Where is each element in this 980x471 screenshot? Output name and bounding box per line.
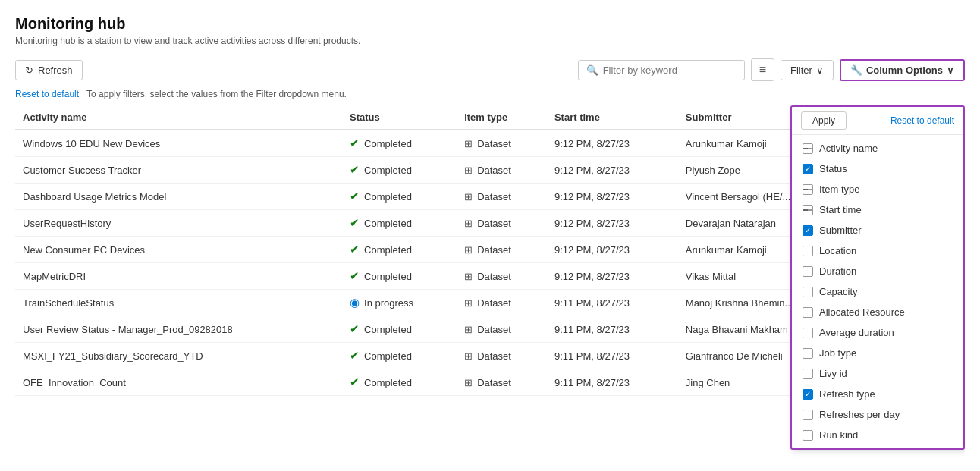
panel-items-list: Activity name✓StatusItem typeStart time✓…: [792, 135, 963, 448]
panel-item-label: Item type: [819, 184, 859, 195]
checkbox-allocated-resource[interactable]: [803, 307, 813, 318]
reset-to-default-link[interactable]: Reset to default: [15, 89, 79, 99]
status-text: Completed: [364, 350, 412, 362]
cell-status: ✔Completed: [342, 263, 457, 290]
filter-lines-icon: ≡: [759, 63, 766, 76]
panel-item[interactable]: ✓Refresh type: [792, 384, 963, 404]
item-type-text: Dataset: [477, 377, 511, 388]
panel-item[interactable]: Item type: [792, 179, 963, 199]
search-icon: 🔍: [586, 64, 598, 76]
cell-activity-name: TrainScheduleStatus: [15, 290, 342, 316]
cell-item-type: ⊞Dataset: [457, 263, 547, 290]
cell-item-type: ⊞Dataset: [457, 316, 547, 343]
column-options-button[interactable]: 🔧 Column Options ∨: [840, 59, 965, 81]
panel-item[interactable]: Livy id: [792, 363, 963, 384]
checkbox-refreshes-per-day[interactable]: [803, 410, 813, 420]
cell-status: ✔Completed: [342, 369, 457, 396]
cell-activity-name: User Review Status - Manager_Prod_092820…: [15, 316, 342, 343]
panel-item[interactable]: Job type: [792, 343, 963, 363]
panel-reset-button[interactable]: Reset to default: [890, 115, 954, 126]
checkbox-refresh-type[interactable]: ✓: [803, 389, 813, 400]
status-text: In progress: [364, 297, 413, 309]
status-text: Completed: [364, 244, 412, 256]
toolbar: ↻ Refresh 🔍 ≡ Filter ∨ 🔧 Column Options …: [15, 58, 965, 81]
checkbox-average-duration[interactable]: [803, 328, 813, 338]
dataset-icon: ⊞: [464, 297, 473, 309]
checkbox-job-type[interactable]: [803, 348, 813, 359]
column-options-icon: 🔧: [850, 64, 862, 76]
item-type-text: Dataset: [477, 165, 511, 176]
panel-item[interactable]: Run kind: [792, 425, 963, 445]
refresh-label: Refresh: [38, 64, 73, 76]
dataset-icon: ⊞: [464, 377, 473, 388]
checkbox-item-type[interactable]: [803, 184, 813, 195]
cell-start-time: 9:11 PM, 8/27/23: [547, 316, 678, 343]
checkbox-livy-id[interactable]: [803, 369, 813, 379]
panel-item[interactable]: ✓Status: [792, 159, 963, 179]
panel-item-label: Refreshes per day: [819, 409, 900, 420]
item-type-text: Dataset: [477, 271, 511, 282]
search-box: 🔍: [578, 60, 745, 80]
item-type-text: Dataset: [477, 191, 511, 203]
checkbox-location[interactable]: [803, 246, 813, 256]
item-type-text: Dataset: [477, 297, 511, 309]
checkbox-start-time[interactable]: [803, 205, 813, 215]
completed-icon: ✔: [350, 216, 360, 230]
cell-item-type: ⊞Dataset: [457, 157, 547, 184]
filter-lines-button[interactable]: ≡: [751, 58, 774, 81]
apply-button[interactable]: Apply: [801, 111, 847, 130]
item-type-text: Dataset: [477, 138, 511, 149]
checkbox-status[interactable]: ✓: [803, 164, 813, 174]
panel-item[interactable]: Refreshes per day: [792, 404, 963, 425]
dataset-icon: ⊞: [464, 244, 473, 256]
checkbox-capacity[interactable]: [803, 287, 813, 297]
panel-item-label: Submitter: [819, 225, 862, 236]
checkbox-activity-name[interactable]: [803, 143, 813, 154]
cell-start-time: 9:12 PM, 8/27/23: [547, 157, 678, 184]
dataset-icon: ⊞: [464, 324, 473, 335]
status-text: Completed: [364, 165, 412, 176]
panel-item-label: Refresh type: [819, 388, 875, 400]
status-text: Completed: [364, 138, 412, 149]
panel-action-row: Apply Reset to default: [792, 107, 963, 135]
item-type-text: Dataset: [477, 244, 511, 256]
checkbox-submitter[interactable]: ✓: [803, 225, 813, 236]
status-text: Completed: [364, 377, 412, 388]
page-title: Monitoring hub: [15, 15, 965, 33]
cell-activity-name: Customer Success Tracker: [15, 157, 342, 184]
cell-status: ✔Completed: [342, 157, 457, 184]
checkbox-duration[interactable]: [803, 266, 813, 277]
refresh-button[interactable]: ↻ Refresh: [15, 60, 83, 80]
panel-item[interactable]: Duration: [792, 261, 963, 281]
col-activity-name: Activity name: [15, 105, 342, 130]
panel-item[interactable]: Start time: [792, 199, 963, 220]
completed-icon: ✔: [350, 375, 360, 389]
panel-item-label: Job type: [819, 347, 856, 359]
panel-item-label: Location: [819, 245, 856, 256]
cell-item-type: ⊞Dataset: [457, 343, 547, 369]
cell-start-time: 9:12 PM, 8/27/23: [547, 237, 678, 263]
col-status: Status: [342, 105, 457, 130]
panel-item-label: Start time: [819, 204, 862, 215]
column-options-chevron-icon: ∨: [947, 64, 954, 76]
col-item-type: Item type: [457, 105, 547, 130]
panel-item[interactable]: Allocated Resource: [792, 302, 963, 322]
filter-button[interactable]: Filter ∨: [781, 60, 834, 80]
dataset-icon: ⊞: [464, 350, 473, 362]
panel-item-label: Status: [819, 163, 847, 174]
panel-item[interactable]: ✓Submitter: [792, 220, 963, 240]
filter-chevron-icon: ∨: [816, 64, 824, 76]
dataset-icon: ⊞: [464, 218, 473, 229]
panel-item[interactable]: Activity name: [792, 138, 963, 159]
cell-start-time: 9:12 PM, 8/27/23: [547, 210, 678, 237]
checkbox-run-kind[interactable]: [803, 430, 813, 441]
completed-icon: ✔: [350, 163, 360, 177]
panel-item[interactable]: Capacity: [792, 281, 963, 302]
panel-item[interactable]: Location: [792, 240, 963, 261]
status-text: Completed: [364, 191, 412, 203]
page-subtitle: Monitoring hub is a station to view and …: [15, 36, 965, 46]
panel-item[interactable]: Average duration: [792, 322, 963, 343]
panel-item-label: Duration: [819, 265, 856, 277]
completed-icon: ✔: [350, 190, 360, 203]
search-input[interactable]: [603, 64, 737, 76]
